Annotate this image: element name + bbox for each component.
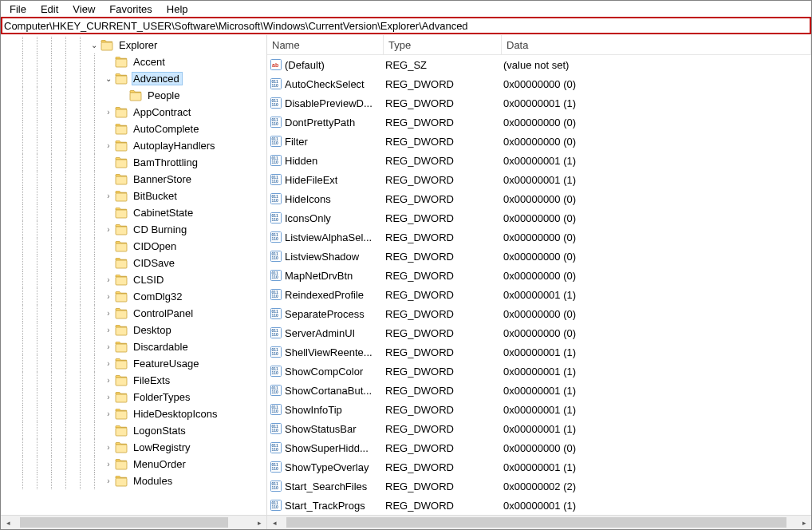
- tree-item-accent[interactable]: Accent: [2, 53, 266, 70]
- reg-value-row[interactable]: 011 110 DontPrettyPathREG_DWORD0x0000000…: [267, 113, 811, 132]
- list-hscroll-left-arrow[interactable]: ◂: [267, 516, 282, 529]
- chevron-right-icon[interactable]: ›: [103, 326, 114, 334]
- chevron-right-icon[interactable]: ›: [103, 309, 114, 318]
- chevron-right-icon[interactable]: ›: [103, 141, 114, 150]
- tree-item-clsid[interactable]: › CLSID: [2, 271, 266, 288]
- reg-value-row[interactable]: 011 110 IconsOnlyREG_DWORD0x00000000 (0): [267, 208, 811, 227]
- tree-item-cd-burning[interactable]: › CD Burning: [2, 221, 266, 238]
- chevron-right-icon[interactable]: ›: [103, 443, 114, 452]
- chevron-right-icon[interactable]: ›: [103, 292, 114, 301]
- tree-item-featureusage[interactable]: › FeatureUsage: [2, 355, 266, 372]
- col-header-type[interactable]: Type: [384, 35, 502, 54]
- menu-file[interactable]: File: [2, 2, 34, 16]
- tree-item-advanced[interactable]: ⌄ Advanced: [2, 70, 266, 87]
- chevron-right-icon[interactable]: ›: [103, 409, 114, 418]
- reg-value-row[interactable]: 011 110 FilterREG_DWORD0x00000000 (0): [267, 132, 811, 151]
- svg-text:110: 110: [272, 83, 279, 88]
- reg-value-row[interactable]: 011 110 ListviewShadowREG_DWORD0x0000000…: [267, 247, 811, 266]
- tree-item-explorer[interactable]: ⌄ Explorer: [2, 37, 266, 53]
- menu-view[interactable]: View: [65, 2, 102, 16]
- tree-item-cabinetstate[interactable]: CabinetState: [2, 204, 266, 221]
- reg-value-data: 0x00000000 (0): [502, 251, 811, 263]
- chevron-right-icon[interactable]: ›: [103, 477, 114, 485]
- reg-value-row[interactable]: 011 110 AutoCheckSelectREG_DWORD0x000000…: [267, 74, 811, 93]
- reg-value-row[interactable]: ab (Default)REG_SZ(value not set): [267, 55, 811, 74]
- col-header-name[interactable]: Name: [267, 35, 384, 54]
- tree-hscroll-thumb[interactable]: [20, 517, 228, 528]
- chevron-down-icon[interactable]: ⌄: [89, 41, 100, 49]
- reg-value-row[interactable]: 011 110 ListviewAlphaSel...REG_DWORD0x00…: [267, 227, 811, 247]
- reg-value-row[interactable]: 011 110 ShowInfoTipREG_DWORD0x00000001 (…: [267, 400, 811, 419]
- tree-item-discardable[interactable]: › Discardable: [2, 338, 266, 355]
- chevron-right-icon[interactable]: ›: [103, 192, 114, 200]
- chevron-right-icon[interactable]: ›: [103, 342, 114, 351]
- tree-item-autocomplete[interactable]: AutoComplete: [2, 121, 266, 137]
- reg-value-row[interactable]: 011 110 ShowSuperHidd...REG_DWORD0x00000…: [267, 438, 811, 457]
- tree-item-foldertypes[interactable]: › FolderTypes: [2, 389, 266, 405]
- tree-hscroll-left-arrow[interactable]: ◂: [1, 516, 15, 529]
- tree-expander-none: [103, 259, 114, 267]
- reg-value-row[interactable]: 011 110 ShowTypeOverlayREG_DWORD0x000000…: [267, 457, 811, 477]
- reg-value-row[interactable]: 011 110 HiddenREG_DWORD0x00000001 (1): [267, 151, 811, 170]
- tree-item-bannerstore[interactable]: BannerStore: [2, 171, 266, 188]
- tree-item-logonstats[interactable]: LogonStats: [2, 422, 266, 439]
- reg-value-row[interactable]: 011 110 MapNetDrvBtnREG_DWORD0x00000000 …: [267, 266, 811, 285]
- chevron-right-icon[interactable]: ›: [103, 225, 114, 234]
- reg-value-row[interactable]: 011 110 ShowCompColorREG_DWORD0x00000001…: [267, 362, 811, 381]
- chevron-right-icon[interactable]: ›: [103, 460, 114, 469]
- menu-help[interactable]: Help: [160, 2, 195, 16]
- svg-text:110: 110: [272, 294, 279, 299]
- chevron-right-icon[interactable]: ›: [103, 393, 114, 401]
- reg-value-row[interactable]: 011 110 DisablePreviewD...REG_DWORD0x000…: [267, 93, 811, 113]
- reg-value-row[interactable]: 011 110 ShowStatusBarREG_DWORD0x00000001…: [267, 419, 811, 438]
- tree-item-desktop[interactable]: › Desktop: [2, 322, 266, 338]
- reg-value-type: REG_DWORD: [384, 251, 502, 263]
- reg-dword-icon: 011 110: [269, 402, 283, 417]
- reg-value-name: ServerAdminUI: [285, 327, 355, 339]
- tree-item-lowregistry[interactable]: › LowRegistry: [2, 439, 266, 456]
- tree-item-autoplayhandlers[interactable]: › AutoplayHandlers: [2, 137, 266, 154]
- tree-item-controlpanel[interactable]: › ControlPanel: [2, 305, 266, 322]
- tree-hscroll[interactable]: ◂ ▸: [1, 515, 266, 529]
- tree-view[interactable]: ⌄ Explorer Accent⌄ Advanced People› AppC…: [1, 35, 266, 515]
- tree-item-fileexts[interactable]: › FileExts: [2, 372, 266, 389]
- chevron-down-icon[interactable]: ⌄: [103, 74, 114, 83]
- tree-item-menuorder[interactable]: › MenuOrder: [2, 456, 266, 473]
- chevron-right-icon[interactable]: ›: [103, 108, 114, 117]
- chevron-right-icon[interactable]: ›: [103, 275, 114, 284]
- menu-favorites[interactable]: Favorites: [102, 2, 159, 16]
- tree-item-people[interactable]: People: [2, 87, 266, 104]
- list-hscroll-track[interactable]: [282, 516, 797, 529]
- reg-value-row[interactable]: 011 110 Start_TrackProgsREG_DWORD0x00000…: [267, 496, 811, 515]
- tree-item-appcontract[interactable]: › AppContract: [2, 104, 266, 121]
- chevron-right-icon[interactable]: ›: [103, 376, 114, 385]
- tree-item-bitbucket[interactable]: › BitBucket: [2, 188, 266, 204]
- reg-value-row[interactable]: 011 110 SeparateProcessREG_DWORD0x000000…: [267, 304, 811, 323]
- list-hscroll-thumb[interactable]: [286, 517, 786, 528]
- reg-value-row[interactable]: 011 110 ShellViewReente...REG_DWORD0x000…: [267, 342, 811, 362]
- reg-value-row[interactable]: 011 110 Start_SearchFilesREG_DWORD0x0000…: [267, 477, 811, 496]
- tree-item-bamthrottling[interactable]: BamThrottling: [2, 154, 266, 171]
- tree-item-cidsave[interactable]: CIDSave: [2, 255, 266, 271]
- list-view[interactable]: ab (Default)REG_SZ(value not set) 011 11…: [267, 55, 811, 515]
- svg-text:110: 110: [272, 466, 279, 471]
- menu-edit[interactable]: Edit: [34, 2, 65, 16]
- reg-value-row[interactable]: 011 110 ReindexedProfileREG_DWORD0x00000…: [267, 285, 811, 304]
- reg-value-row[interactable]: 011 110 HideIconsREG_DWORD0x00000000 (0): [267, 189, 811, 208]
- svg-rect-1: [116, 59, 127, 67]
- chevron-right-icon[interactable]: ›: [103, 359, 114, 368]
- reg-value-row[interactable]: 011 110 ShowCortanaBut...REG_DWORD0x0000…: [267, 381, 811, 400]
- tree-item-modules[interactable]: › Modules: [2, 473, 266, 489]
- reg-value-row[interactable]: 011 110 HideFileExtREG_DWORD0x00000001 (…: [267, 170, 811, 189]
- tree-item-label: AutoComplete: [132, 122, 202, 136]
- col-header-data[interactable]: Data: [502, 35, 811, 54]
- reg-value-row[interactable]: 011 110 ServerAdminUIREG_DWORD0x00000000…: [267, 323, 811, 342]
- list-hscroll-right-arrow[interactable]: ▸: [797, 516, 811, 529]
- tree-item-comdlg32[interactable]: › ComDlg32: [2, 288, 266, 305]
- tree-item-cidopen[interactable]: CIDOpen: [2, 238, 266, 255]
- tree-item-hidedesktopicons[interactable]: › HideDesktopIcons: [2, 405, 266, 422]
- address-bar[interactable]: Computer\HKEY_CURRENT_USER\Software\Micr…: [1, 17, 811, 34]
- tree-hscroll-track[interactable]: [15, 516, 252, 529]
- list-hscroll[interactable]: ◂ ▸: [267, 515, 811, 529]
- tree-hscroll-right-arrow[interactable]: ▸: [252, 516, 266, 529]
